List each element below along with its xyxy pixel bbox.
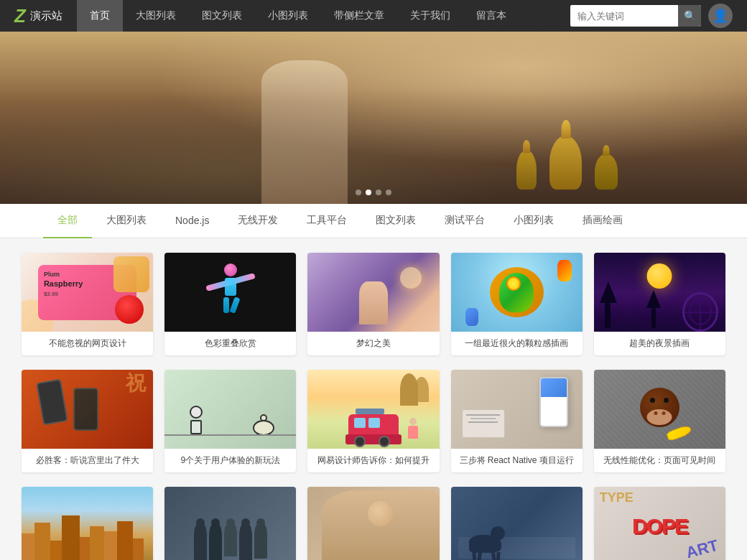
dome-small-2 <box>595 154 618 190</box>
thumb-dance-bg <box>164 253 296 332</box>
nav-item-small-list[interactable]: 小图列表 <box>255 0 321 32</box>
card-dream[interactable]: 梦幻之美 <box>307 253 439 355</box>
parrot-head <box>506 276 521 291</box>
cat-item-illustration[interactable]: 插画绘画 <box>568 204 637 238</box>
dancer-figure <box>216 263 245 321</box>
card-sketch[interactable]: 9个关于用户体验的新玩法 <box>164 370 296 472</box>
logo-site-name: 演示站 <box>30 9 62 23</box>
thumb-girl-bg <box>307 487 439 560</box>
girl-figure <box>322 490 439 560</box>
card-city[interactable] <box>22 487 153 560</box>
head-sil-4 <box>241 518 250 527</box>
search-button[interactable]: 🔍 <box>678 5 701 27</box>
horse-body-sil <box>469 535 501 553</box>
dome-large <box>549 136 582 190</box>
search-icon: 🔍 <box>684 10 696 22</box>
logo-z-letter: Z <box>14 5 26 27</box>
nav-item-big-list[interactable]: 大图列表 <box>123 0 189 32</box>
person-head <box>409 418 417 425</box>
card-thumb-girl <box>307 487 439 560</box>
card-horse[interactable] <box>451 487 583 560</box>
head-sil-5 <box>256 518 265 527</box>
category-bar: 全部 大图列表 Node.js 无线开发 工具平台 图文列表 测试平台 小图列表… <box>0 204 747 238</box>
doc-line-2 <box>470 418 496 419</box>
card-caption-dream: 梦幻之美 <box>307 332 439 355</box>
card-group[interactable] <box>164 487 296 560</box>
header-right: 🔍 👤 <box>570 4 733 28</box>
cat-item-test[interactable]: 测试平台 <box>430 204 499 238</box>
card-caption-native: 三步将 React Native 项目运行 <box>451 449 583 472</box>
thumb-horse-bg <box>451 487 583 560</box>
card-raspberry[interactable]: Plum Raspberry $3.99 不能忽视的网页设计 <box>22 253 153 355</box>
card-native[interactable]: 三步将 React Native 项目运行 <box>451 370 583 472</box>
van-top <box>348 414 399 434</box>
cat-item-wireless[interactable]: 无线开发 <box>223 204 292 238</box>
search-input[interactable] <box>570 5 678 27</box>
dancer-head <box>224 263 237 276</box>
card-typography[interactable]: DOPE ART TYPE <box>594 487 725 560</box>
card-girl[interactable] <box>307 487 439 560</box>
user-icon: 👤 <box>713 8 728 24</box>
user-avatar-button[interactable]: 👤 <box>708 4 733 28</box>
card-thumb-city <box>22 487 153 560</box>
card-row-2: 祝 必胜客：听说宫里出了件大 <box>22 370 725 472</box>
thumb-fruit-circle <box>115 295 144 324</box>
sketch-creature-group <box>253 420 274 436</box>
cat-item-all[interactable]: 全部 <box>43 204 92 238</box>
card-dance[interactable]: 色彩重叠欣赏 <box>164 253 296 355</box>
card-thumb-raspberry: Plum Raspberry $3.99 <box>22 253 153 332</box>
typo-text-3: TYPE <box>600 490 634 505</box>
hero-dot-3[interactable] <box>376 190 381 195</box>
van-container <box>348 414 399 443</box>
bldg-1 <box>22 533 34 560</box>
card-monkey[interactable]: 无线性能优化：页面可见时间 <box>594 370 725 472</box>
card-thumb-typography: DOPE ART TYPE <box>594 487 725 560</box>
hero-dot-1[interactable] <box>356 190 361 195</box>
thumb-raspberry-bg: Plum Raspberry $3.99 <box>22 253 153 332</box>
person-sil-4 <box>239 524 252 560</box>
dome-tip-large <box>561 120 570 139</box>
header: Z 演示站 首页 大图列表 图文列表 小图列表 带侧栏文章 关于我们 留言本 🔍… <box>0 0 747 32</box>
dome-tip-1 <box>523 140 530 153</box>
card-caption-van: 网易设计师告诉你：如何提升 <box>307 449 439 472</box>
card-thumb-monkey <box>594 370 725 449</box>
nav-item-pic-list[interactable]: 图文列表 <box>189 0 255 32</box>
hero-dot-4[interactable] <box>386 190 391 195</box>
nav-item-about[interactable]: 关于我们 <box>397 0 463 32</box>
nav-item-sidebar-article[interactable]: 带侧栏文章 <box>321 0 397 32</box>
thumb-monkey-bg <box>594 370 725 449</box>
cat-item-small-list[interactable]: 小图列表 <box>499 204 568 238</box>
card-caption-night: 超美的夜景插画 <box>594 332 725 355</box>
parrot-wing-2 <box>465 308 478 326</box>
nav-item-home[interactable]: 首页 <box>77 0 123 32</box>
hero-dot-2[interactable] <box>366 190 371 195</box>
bldg-5 <box>80 537 90 560</box>
cat-item-pic-list[interactable]: 图文列表 <box>361 204 430 238</box>
card-van[interactable]: 网易设计师告诉你：如何提升 <box>307 370 439 472</box>
ferris-wheel-outer <box>682 292 718 332</box>
card-chinese[interactable]: 祝 必胜客：听说宫里出了件大 <box>22 370 153 472</box>
thumb-typo-bg: DOPE ART TYPE <box>594 487 725 560</box>
main-content: Plum Raspberry $3.99 不能忽视的网页设计 <box>0 238 747 560</box>
person-sil-3 <box>224 524 237 556</box>
card-night[interactable]: 超美的夜景插画 <box>594 253 725 355</box>
cat-item-nodejs[interactable]: Node.js <box>161 204 223 238</box>
monkey-face-inner <box>647 409 672 425</box>
logo[interactable]: Z 演示站 <box>14 5 62 27</box>
card-thumb-dance <box>164 253 296 332</box>
cat-item-big-list[interactable]: 大图列表 <box>92 204 161 238</box>
card-caption-dance: 色彩重叠欣赏 <box>164 332 296 355</box>
doc-line-1 <box>466 414 499 416</box>
thumb-plum-label: Plum <box>44 271 60 278</box>
sketch-ground <box>164 434 296 436</box>
night-moon <box>647 263 672 289</box>
card-row-3: DOPE ART TYPE <box>22 487 725 560</box>
bldg-4 <box>62 515 80 560</box>
cat-item-tools[interactable]: 工具平台 <box>292 204 361 238</box>
sketch-figure-group <box>190 406 203 434</box>
card-parrot[interactable]: 一组最近很火的颗粒感插画 <box>451 253 583 355</box>
search-box: 🔍 <box>570 5 701 27</box>
card-thumb-group <box>164 487 296 560</box>
nav-item-guestbook[interactable]: 留言本 <box>463 0 519 32</box>
monkey-group <box>638 388 681 431</box>
